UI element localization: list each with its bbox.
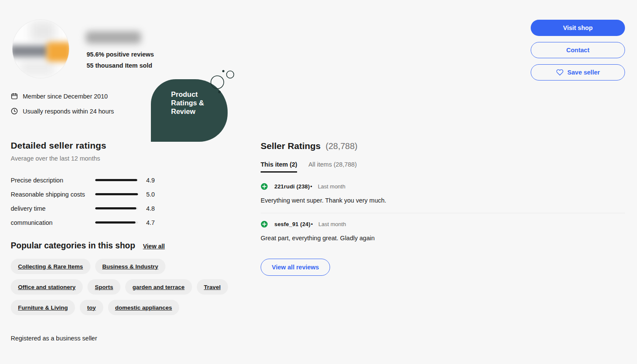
save-seller-button[interactable]: Save seller	[531, 64, 625, 81]
detailed-ratings-subtitle: Average over the last 12 months	[11, 155, 165, 162]
rating-bar-fill	[95, 207, 136, 209]
registered-business-note: Registered as a business seller	[11, 335, 97, 342]
category-pill-row: Collecting & Rare Items Business & Indus…	[11, 259, 251, 274]
seller-ratings-header: Seller Ratings (28,788)	[261, 141, 625, 151]
decorative-circles	[208, 68, 237, 96]
rating-value: 4.9	[146, 177, 155, 184]
category-pill[interactable]: domestic appliances	[108, 300, 180, 315]
category-pill[interactable]: Travel	[197, 279, 228, 295]
seller-ratings-section: Seller Ratings (28,788) This item (2) Al…	[261, 141, 625, 276]
rating-bar	[95, 193, 138, 195]
rating-row: delivery time 4.8	[11, 201, 165, 215]
tab-all-items[interactable]: All items (28,788)	[308, 161, 357, 173]
categories-title: Popular categories in this shop	[11, 241, 135, 251]
rating-row: Precise description 4.9	[11, 173, 165, 187]
review-username[interactable]: 221rudi (238)	[274, 183, 310, 190]
review-header: 221rudi (238) • Last month	[261, 183, 625, 190]
response-time-row: Usually responds within 24 hours	[11, 107, 114, 115]
review-text: Great part, everything great. Gladly aga…	[261, 235, 625, 242]
avatar-blur-shape	[20, 59, 54, 76]
rating-rows: Precise description 4.9 Reasonable shipp…	[11, 173, 165, 230]
popular-categories-section: Popular categories in this shop View all…	[11, 241, 251, 315]
category-pill[interactable]: Furniture & Living	[11, 300, 75, 315]
category-pill[interactable]: Business & Industry	[95, 259, 166, 274]
response-time-label: Usually responds within 24 hours	[23, 108, 114, 115]
view-all-categories-link[interactable]: View all	[143, 243, 165, 250]
view-all-reviews-button[interactable]: View all reviews	[261, 259, 330, 276]
category-pill-row: Furniture & Living toy domestic applianc…	[11, 300, 251, 315]
member-since-label: Member since December 2010	[23, 93, 108, 100]
tab-this-item[interactable]: This item (2)	[261, 161, 297, 173]
review-timestamp: Last month	[318, 221, 346, 227]
clock-icon	[11, 107, 18, 115]
visit-shop-button[interactable]: Visit shop	[531, 20, 625, 36]
items-sold-stat: 55 thousand Item sold	[87, 62, 152, 69]
avatar-blur-shape	[30, 21, 55, 41]
detailed-ratings-title: Detailed seller ratings	[11, 140, 165, 151]
categories-header: Popular categories in this shop View all	[11, 241, 251, 251]
seller-name-blurred	[86, 31, 141, 44]
avatar-blur-shape	[12, 45, 49, 57]
category-pill[interactable]: garden and terrace	[125, 279, 192, 295]
category-pill[interactable]: Office and stationery	[11, 279, 83, 295]
positive-reviews-stat: 95.6% positive reviews	[87, 51, 154, 58]
calendar-icon	[11, 92, 18, 100]
review-separator: •	[310, 183, 312, 190]
rating-bar-fill	[95, 193, 138, 195]
category-pill[interactable]: Collecting & Rare Items	[11, 259, 90, 274]
rating-bar-fill	[95, 221, 135, 224]
rating-label: Reasonable shipping costs	[11, 191, 95, 198]
review-header: sesfe_91 (24) • Last month	[261, 221, 625, 228]
rating-label: communication	[11, 219, 95, 226]
rating-label: delivery time	[11, 205, 95, 212]
save-seller-label: Save seller	[568, 69, 600, 76]
category-pill-row: Office and stationery Sports garden and …	[11, 279, 251, 295]
category-pill[interactable]: toy	[80, 300, 103, 315]
review-text: Everything went super. Thank you very mu…	[261, 197, 625, 204]
review-divider	[261, 213, 625, 213]
ratings-tabs: This item (2) All items (28,788)	[261, 161, 625, 173]
avatar-blur-shape	[47, 42, 69, 62]
seller-avatar	[12, 19, 69, 78]
rating-value: 5.0	[146, 191, 155, 198]
review-item: sesfe_91 (24) • Last month Great part, e…	[261, 221, 625, 242]
contact-label: Contact	[566, 47, 589, 54]
view-all-reviews-label: View all reviews	[272, 264, 319, 271]
category-pill[interactable]: Sports	[87, 279, 120, 295]
rating-value: 4.7	[146, 219, 155, 226]
seller-ratings-count: (28,788)	[326, 141, 358, 151]
rating-bar-fill	[95, 179, 137, 181]
member-since-row: Member since December 2010	[11, 92, 108, 100]
rating-label: Precise description	[11, 177, 95, 184]
detailed-seller-ratings-section: Detailed seller ratings Average over the…	[11, 140, 165, 230]
review-item: 221rudi (238) • Last month Everything we…	[261, 183, 625, 204]
rating-bar	[95, 179, 138, 181]
rating-row: Reasonable shipping costs 5.0	[11, 187, 165, 201]
contact-button[interactable]: Contact	[531, 42, 625, 58]
positive-feedback-icon	[261, 221, 268, 228]
rating-value: 4.8	[146, 205, 155, 212]
heart-icon	[556, 69, 564, 76]
rating-bar	[95, 207, 138, 209]
rating-row: communication 4.7	[11, 215, 165, 230]
review-username[interactable]: sesfe_91 (24)	[274, 221, 310, 227]
review-timestamp: Last month	[318, 183, 345, 190]
review-separator: •	[311, 221, 313, 227]
positive-feedback-icon	[261, 183, 268, 190]
seller-profile-page: 95.6% positive reviews 55 thousand Item …	[0, 0, 637, 364]
seller-ratings-title: Seller Ratings	[261, 141, 321, 151]
rating-bar	[95, 221, 138, 224]
visit-shop-label: Visit shop	[563, 24, 592, 31]
